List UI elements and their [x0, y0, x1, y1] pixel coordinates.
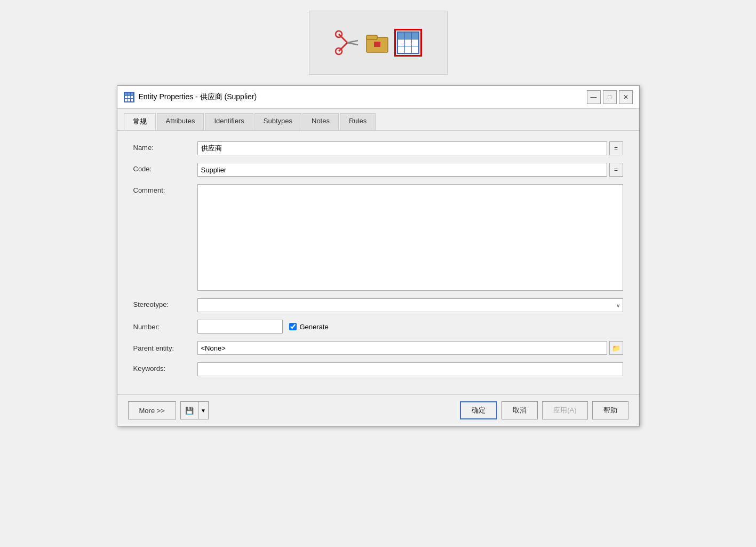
- more-button[interactable]: More >>: [128, 401, 176, 419]
- stereotype-row: Stereotype: ∨: [133, 298, 623, 312]
- comment-row: Comment:: [133, 184, 623, 291]
- folder-icon: [364, 30, 390, 56]
- code-eq-button[interactable]: =: [609, 163, 623, 177]
- keywords-row: Keywords:: [133, 362, 623, 376]
- keywords-input-wrapper: [197, 362, 623, 376]
- title-bar: Entity Properties - 供应商 (Supplier) — □ ✕: [117, 86, 639, 109]
- table-icon-highlighted: [394, 29, 422, 57]
- name-label: Name:: [133, 141, 197, 152]
- confirm-button[interactable]: 确定: [460, 401, 497, 419]
- svg-rect-8: [374, 42, 380, 47]
- tab-notes[interactable]: Notes: [303, 113, 339, 130]
- svg-line-1: [339, 43, 347, 51]
- title-controls: — □ ✕: [587, 90, 633, 104]
- svg-line-5: [347, 43, 358, 45]
- name-row: Name: =: [133, 141, 623, 155]
- save-icon: 💾: [185, 407, 194, 415]
- maximize-button[interactable]: □: [603, 90, 617, 104]
- comment-label: Comment:: [133, 184, 197, 194]
- tab-attributes[interactable]: Attributes: [157, 113, 204, 130]
- parent-entity-input-wrapper: 📁: [197, 341, 623, 355]
- stereotype-select[interactable]: [197, 298, 623, 312]
- close-button[interactable]: ✕: [619, 90, 633, 104]
- browse-icon: 📁: [612, 344, 620, 352]
- stereotype-label: Stereotype:: [133, 298, 197, 308]
- save-dropdown-button[interactable]: ▼: [198, 401, 209, 419]
- parent-entity-row: Parent entity: 📁: [133, 341, 623, 355]
- svg-line-0: [339, 34, 347, 43]
- number-row: Number: Generate: [133, 320, 623, 334]
- name-input[interactable]: [197, 141, 607, 155]
- tab-rules[interactable]: Rules: [340, 113, 376, 130]
- save-dropdown-arrow-icon: ▼: [201, 408, 206, 414]
- apply-button[interactable]: 应用(A): [542, 401, 587, 419]
- code-label: Code:: [133, 163, 197, 173]
- parent-entity-label: Parent entity:: [133, 344, 197, 352]
- minimize-button[interactable]: —: [587, 90, 601, 104]
- form-area: Name: = Code: = Comment: Stereotype:: [117, 131, 639, 394]
- dialog-title: Entity Properties - 供应商 (Supplier): [139, 92, 257, 102]
- save-button-wrapper: 💾 ▼: [180, 401, 209, 419]
- generate-label: Generate: [300, 323, 329, 331]
- entity-properties-dialog: Entity Properties - 供应商 (Supplier) — □ ✕…: [117, 85, 640, 426]
- tab-identifiers[interactable]: Identifiers: [205, 113, 253, 130]
- number-label: Number:: [133, 323, 197, 331]
- code-row: Code: =: [133, 163, 623, 177]
- parent-entity-browse-button[interactable]: 📁: [609, 341, 623, 355]
- code-input[interactable]: [197, 163, 607, 177]
- scissors-icon: [335, 30, 360, 56]
- tab-general[interactable]: 常规: [124, 113, 156, 130]
- parent-entity-input[interactable]: [197, 341, 607, 355]
- code-input-wrapper: =: [197, 163, 623, 177]
- stereotype-dropdown-wrapper: ∨: [197, 298, 623, 312]
- toolbar-preview: [309, 11, 448, 75]
- svg-rect-7: [367, 35, 377, 39]
- comment-textarea[interactable]: [197, 184, 623, 291]
- keywords-input[interactable]: [197, 362, 623, 376]
- generate-checkbox-label[interactable]: Generate: [289, 323, 329, 331]
- help-button[interactable]: 帮助: [592, 401, 628, 419]
- title-bar-left: Entity Properties - 供应商 (Supplier): [124, 92, 257, 102]
- name-input-wrapper: =: [197, 141, 623, 155]
- toolbar-icons: [335, 29, 422, 57]
- button-bar: More >> 💾 ▼ 确定 取消 应用(A) 帮助: [117, 394, 639, 426]
- tab-bar: 常规 Attributes Identifiers Subtypes Notes…: [117, 109, 639, 131]
- save-icon-button[interactable]: 💾: [180, 401, 198, 419]
- cancel-button[interactable]: 取消: [502, 401, 538, 419]
- generate-checkbox[interactable]: [289, 323, 297, 330]
- name-eq-button[interactable]: =: [609, 141, 623, 155]
- tab-subtypes[interactable]: Subtypes: [254, 113, 301, 130]
- number-input[interactable]: [197, 320, 283, 334]
- title-icon: [124, 92, 134, 102]
- keywords-label: Keywords:: [133, 362, 197, 372]
